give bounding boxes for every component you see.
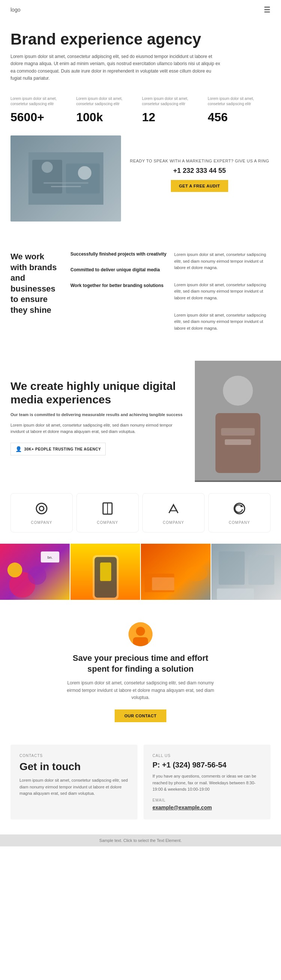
portfolio-item-1: bn. [0, 544, 70, 600]
contacts-label: CONTACTS [19, 754, 129, 758]
brand-item-1: Successfully finished projects with crea… [70, 251, 167, 257]
svg-rect-35 [248, 555, 274, 585]
header: logo ☰ [0, 0, 281, 19]
brands-middle: Successfully finished projects with crea… [70, 251, 167, 342]
digital-body: Lorem ipsum dolor sit amet, consetetur s… [11, 422, 187, 435]
svg-point-13 [39, 506, 44, 511]
svg-rect-28 [100, 563, 111, 581]
free-audit-button[interactable]: GET A FREE AUDIT [171, 180, 228, 192]
digital-subtitle: Our team is committed to delivering meas… [11, 412, 187, 418]
stats-labels-row: Lorem ipsum dolor sit amet, consetetur s… [0, 89, 281, 109]
brand-desc-3: Lorem ipsum dolor sit amet, consetetur s… [174, 312, 270, 332]
svg-rect-39 [133, 637, 148, 646]
portfolio-item-2 [70, 544, 140, 600]
company-icon-2 [100, 501, 115, 517]
phone-number: +1 232 333 44 55 [129, 167, 270, 175]
brand-item-title-1: Successfully finished projects with crea… [70, 251, 167, 257]
logo-card-1: COMPANY [11, 493, 73, 533]
stat-number-3: 12 [142, 110, 205, 124]
testimonial-heading: Save your precious time and effort spent… [65, 653, 216, 674]
badge-text: 30K+ PEOPLE TRUSTING THE AGENCY [24, 447, 101, 451]
svg-rect-36 [217, 589, 254, 600]
testimonial-section: Save your precious time and effort spent… [0, 604, 281, 733]
call-us-box: CALL US P: +1 (324) 987-56-54 If you hav… [144, 745, 270, 819]
contacts-body: Lorem ipsum dolor sit amet, consetetur s… [19, 777, 129, 797]
woman-photo-svg [195, 361, 281, 480]
brand-item-title-3: Work together for better branding soluti… [70, 283, 167, 288]
portfolio-item-3 [141, 544, 211, 600]
svg-point-22 [8, 563, 22, 578]
logos-section: COMPANY COMPANY COMPANY COMPANY [0, 486, 281, 540]
svg-point-32 [185, 566, 208, 581]
brand-item-3: Work together for better branding soluti… [70, 283, 167, 288]
stat-number-1: 5600+ [11, 110, 73, 124]
logo-card-2: COMPANY [77, 493, 139, 533]
svg-point-38 [136, 627, 145, 636]
call-desc: If you have any questions, comments or i… [152, 773, 262, 793]
logo-label-4: COMPANY [229, 520, 250, 525]
digital-img-inner [195, 361, 281, 482]
stat-label-2: Lorem ipsum dolor sit amet, consetetur s… [77, 96, 139, 107]
contacts-box: CONTACTS Get in touch Lorem ipsum dolor … [11, 745, 137, 819]
stat-label-3: Lorem ipsum dolor sit amet, consetetur s… [142, 96, 205, 107]
svg-rect-34 [219, 552, 245, 585]
svg-point-12 [36, 503, 47, 514]
logo-label-1: COMPANY [31, 520, 53, 525]
portfolio-grid: bn. [0, 540, 281, 604]
digital-heading: We create highly unique digital media ex… [11, 379, 187, 406]
speak-section: READY TO SPEAK WITH A MARKETING EXPERT? … [0, 135, 281, 237]
sample-text-bar[interactable]: Sample text. Click to select the Text El… [0, 834, 281, 846]
people-badge: 👤 30K+ PEOPLE TRUSTING THE AGENCY [11, 443, 105, 455]
logo-card-4: COMPANY [208, 493, 270, 533]
svg-point-8 [223, 376, 253, 406]
hero-description: Lorem ipsum dolor sit amet, consectetur … [11, 53, 220, 82]
call-phone: P: +1 (324) 987-56-54 [152, 761, 262, 769]
brand-desc-1: Lorem ipsum dolor sit amet, consetetur s… [174, 251, 270, 271]
brands-section: We work with brands and businesses to en… [0, 237, 281, 361]
logo: logo [11, 7, 20, 13]
svg-rect-6 [51, 186, 81, 187]
logo-card-3: COMPANY [142, 493, 204, 533]
svg-rect-11 [225, 439, 251, 445]
company-icon-3 [166, 501, 181, 517]
stat-number-4: 456 [208, 110, 271, 124]
company-icon-1 [34, 501, 49, 517]
stat-number-2: 100k [77, 110, 139, 124]
stat-label-4: Lorem ipsum dolor sit amet, consetetur s… [208, 96, 271, 107]
company-icon-4 [232, 501, 247, 517]
svg-text:bn.: bn. [48, 556, 53, 560]
stats-numbers-row: 5600+ 100k 12 456 [0, 109, 281, 135]
svg-point-21 [28, 566, 46, 585]
brands-heading: We work with brands and businesses to en… [11, 251, 63, 316]
svg-point-4 [78, 166, 91, 180]
hamburger-icon[interactable]: ☰ [264, 5, 270, 14]
ready-text: READY TO SPEAK WITH A MARKETING EXPERT? … [129, 158, 270, 164]
brands-left: We work with brands and businesses to en… [11, 251, 63, 342]
speak-image-inner [11, 135, 121, 221]
contact-footer: CONTACTS Get in touch Lorem ipsum dolor … [0, 733, 281, 834]
portfolio-item-4 [211, 544, 281, 600]
our-contact-button[interactable]: OUR CONTACT [115, 710, 166, 722]
brand-item-title-2: Committed to deliver unique digital medi… [70, 267, 167, 272]
email-address[interactable]: example@example.com [152, 805, 262, 810]
brand-item-2: Committed to deliver unique digital medi… [70, 267, 167, 272]
svg-point-2 [42, 162, 53, 173]
digital-left: We create highly unique digital media ex… [11, 361, 195, 482]
logo-label-2: COMPANY [97, 520, 118, 525]
stat-label-1: Lorem ipsum dolor sit amet, consetetur s… [11, 96, 73, 107]
svg-rect-10 [221, 428, 255, 436]
person-icon: 👤 [15, 446, 22, 452]
email-label: EMAIL [152, 798, 262, 802]
speak-right: READY TO SPEAK WITH A MARKETING EXPERT? … [129, 135, 270, 192]
speak-image [11, 135, 121, 221]
hero-title: Brand experience agency [11, 31, 270, 48]
digital-section: We create highly unique digital media ex… [0, 361, 281, 482]
office-photo-svg [29, 152, 104, 205]
avatar [129, 622, 152, 646]
call-us-label: CALL US [152, 754, 262, 758]
brand-desc-2: Lorem ipsum dolor sit amet, consetetur s… [174, 282, 270, 302]
testimonial-body: Lorem ipsum dolor sit amet, consetetur s… [62, 679, 219, 701]
get-in-touch-heading: Get in touch [19, 761, 129, 773]
svg-rect-31 [152, 578, 174, 590]
digital-image [195, 361, 281, 482]
